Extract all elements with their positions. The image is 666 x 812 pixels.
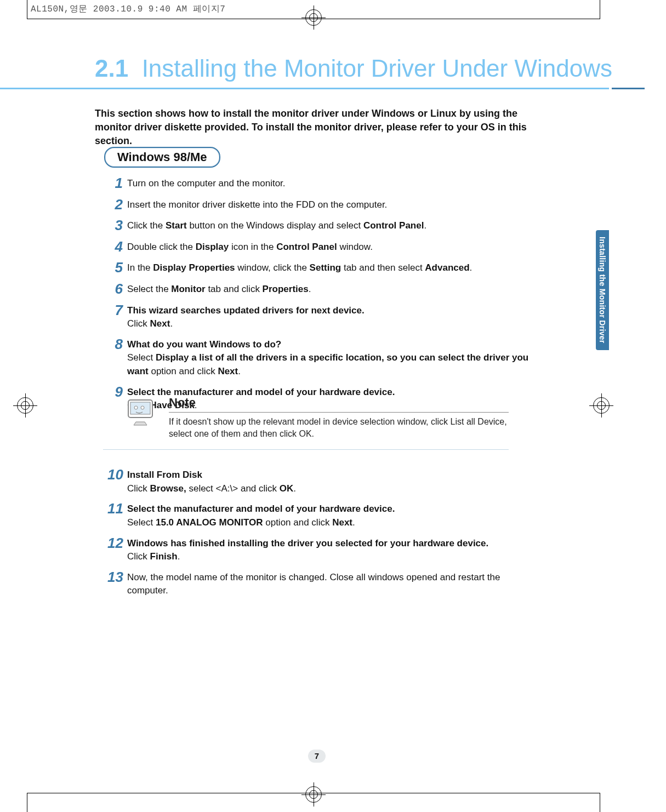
step-item: 10Install From DiskClick Browse, select …	[107, 467, 540, 495]
svg-rect-1	[130, 402, 150, 414]
step-number: 1	[107, 175, 127, 191]
step-item: 8What do you want Windows to do?Select D…	[107, 336, 532, 379]
step-item: 4Double click the Display icon in the Co…	[107, 239, 532, 255]
section-number: 2.1	[95, 55, 128, 82]
file-info-header: AL150N,영문 2003.10.9 9:40 AM 페이지7	[31, 3, 225, 15]
registration-mark-icon	[13, 393, 37, 418]
registration-mark-icon	[589, 393, 613, 418]
step-number: 5	[107, 260, 127, 276]
step-text: Turn on the computer and the monitor.	[127, 175, 286, 191]
separator-line	[103, 449, 509, 450]
os-section-tag: Windows 98/Me	[104, 147, 220, 168]
step-item: 3Click the Start button on the Windows d…	[107, 218, 532, 233]
note-text: If it doesn't show up the relevant model…	[169, 416, 509, 441]
step-item: 1Turn on the computer and the monitor.	[107, 175, 532, 191]
step-number: 13	[107, 569, 127, 585]
step-number: 12	[107, 535, 127, 551]
step-item: 2Insert the monitor driver diskette into…	[107, 197, 532, 213]
step-item: 11Select the manufacturer and model of y…	[107, 501, 540, 529]
step-text: In the Display Properties window, click …	[127, 260, 472, 275]
step-number: 4	[107, 239, 127, 255]
steps-list-b: 10Install From DiskClick Browse, select …	[107, 467, 540, 603]
svg-point-2	[134, 406, 138, 409]
note-title: Note	[169, 396, 509, 413]
step-number: 8	[107, 336, 127, 352]
step-text: What do you want Windows to do?Select Di…	[127, 336, 532, 379]
step-number: 10	[107, 467, 127, 483]
registration-mark-icon	[301, 5, 326, 30]
step-number: 11	[107, 501, 127, 517]
step-text: Click the Start button on the Windows di…	[127, 218, 426, 233]
step-text: Windows has finished installing the driv…	[127, 535, 488, 564]
step-number: 9	[107, 384, 127, 400]
step-text: Select the Monitor tab and click Propert…	[127, 281, 311, 296]
step-item: 6Select the Monitor tab and click Proper…	[107, 281, 532, 297]
step-text: This wizard searches updated drivers for…	[127, 302, 365, 331]
note-box: Note If it doesn't show up the relevant …	[125, 396, 509, 450]
steps-list-a: 1Turn on the computer and the monitor.2I…	[107, 175, 532, 418]
crop-line	[27, 793, 27, 812]
crop-line	[600, 0, 600, 19]
section-title: Installing the Monitor Driver Under Wind…	[142, 55, 612, 82]
step-number: 6	[107, 281, 127, 297]
step-text: Now, the model name of the monitor is ch…	[127, 569, 540, 598]
page-title: 2.1 Installing the Monitor Driver Under …	[0, 55, 666, 82]
side-tab-label: Installing the Monitor Driver	[596, 230, 609, 350]
registration-mark-icon	[301, 782, 326, 807]
intro-paragraph: This section shows how to install the mo…	[95, 107, 539, 148]
step-number: 3	[107, 218, 127, 233]
page-number: 7	[308, 750, 326, 763]
monitor-note-icon	[125, 397, 160, 427]
svg-point-3	[141, 406, 144, 409]
step-text: Double click the Display icon in the Con…	[127, 239, 373, 254]
crop-line	[27, 0, 27, 19]
step-number: 7	[107, 302, 127, 318]
step-number: 2	[107, 197, 127, 213]
title-underline	[0, 88, 609, 89]
step-text: Select the manufacturer and model of you…	[127, 501, 395, 529]
step-text: Insert the monitor driver diskette into …	[127, 197, 387, 212]
step-text: Install From DiskClick Browse, select <A…	[127, 467, 296, 495]
step-item: 5In the Display Properties window, click…	[107, 260, 532, 276]
step-item: 13Now, the model name of the monitor is …	[107, 569, 540, 598]
step-item: 7This wizard searches updated drivers fo…	[107, 302, 532, 331]
step-item: 12Windows has finished installing the dr…	[107, 535, 540, 564]
crop-line	[600, 793, 600, 812]
